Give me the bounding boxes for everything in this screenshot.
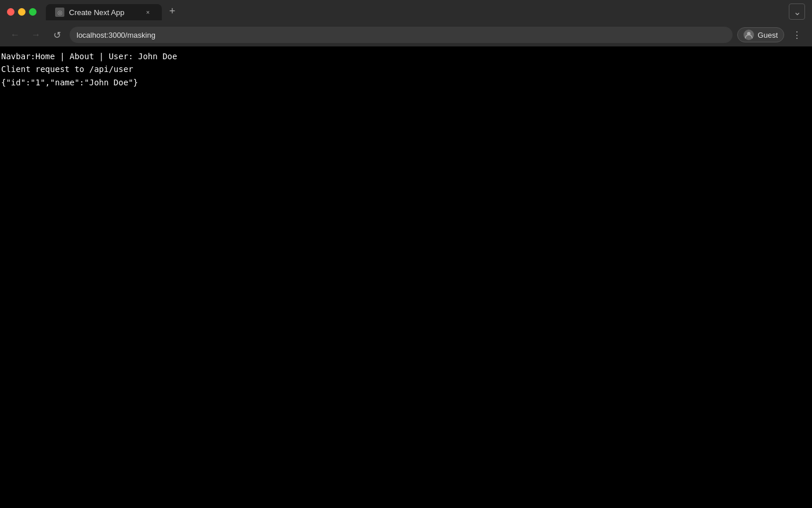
minimize-button[interactable]	[18, 8, 26, 16]
client-request-text: Client request to /api/user	[0, 63, 812, 75]
address-bar-row: ← → ↺ localhost:3000/masking Guest ⋮	[0, 23, 812, 46]
browser-tab[interactable]: ◎ Create Next App ×	[46, 4, 162, 20]
forward-button[interactable]: →	[28, 27, 44, 43]
browser-menu-button[interactable]: ⋮	[789, 27, 805, 43]
json-response: {"id":"1","name":"John Doe"}	[0, 76, 812, 89]
tab-close-button[interactable]: ×	[143, 8, 153, 17]
profile-label: Guest	[757, 31, 778, 39]
title-bar: ◎ Create Next App × + ⌄	[0, 0, 812, 23]
profile-button[interactable]: Guest	[737, 27, 784, 42]
expand-button[interactable]: ⌄	[789, 3, 805, 20]
profile-icon	[744, 30, 754, 40]
traffic-lights	[7, 8, 37, 16]
navbar-text: Navbar:Home | About | User: John Doe	[0, 50, 812, 63]
maximize-button[interactable]	[29, 8, 37, 16]
back-button[interactable]: ←	[7, 27, 23, 43]
page-content: Navbar:Home | About | User: John Doe Cli…	[0, 46, 812, 92]
browser-chrome: ◎ Create Next App × + ⌄ ← → ↺ localhost:…	[0, 0, 812, 46]
tab-favicon-icon: ◎	[55, 8, 64, 17]
tab-title: Create Next App	[69, 8, 139, 17]
new-tab-button[interactable]: +	[164, 3, 180, 19]
close-button[interactable]	[7, 8, 14, 16]
address-text: localhost:3000/masking	[77, 31, 726, 39]
address-bar[interactable]: localhost:3000/masking	[70, 27, 733, 43]
reload-button[interactable]: ↺	[49, 27, 65, 43]
